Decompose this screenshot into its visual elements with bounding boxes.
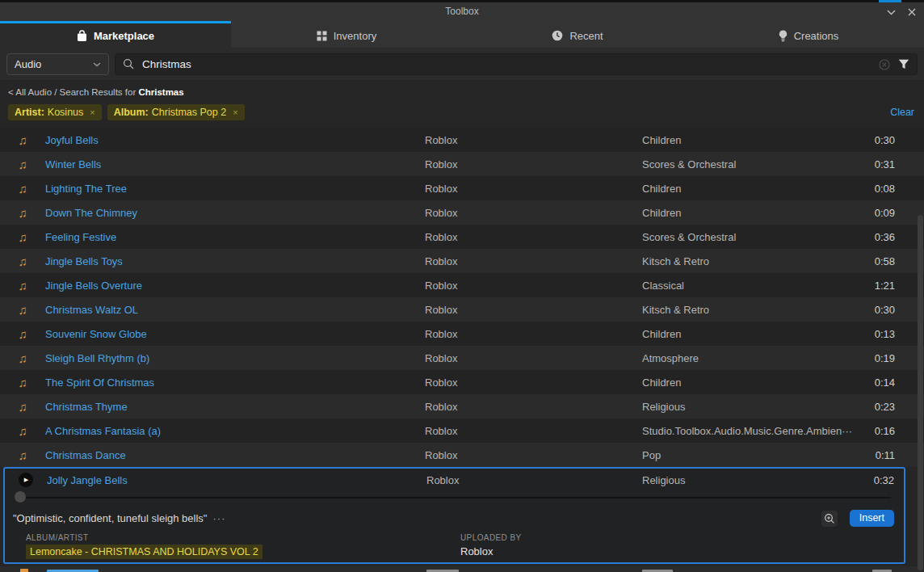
track-creator: Roblox bbox=[425, 352, 642, 364]
table-row[interactable]: ♫ A Christmas Fantasia (a) Roblox Studio… bbox=[0, 418, 924, 443]
breadcrumb[interactable]: < All Audio / Search Results for Christm… bbox=[0, 80, 924, 99]
title-bar: Toolbox bbox=[0, 2, 924, 21]
filter-chip-album[interactable]: Album: Christmas Pop 2 × bbox=[107, 104, 245, 120]
recent-clock-icon bbox=[552, 30, 563, 41]
album-artist-value: Lemoncake - CHRISTMAS AND HOLIDAYS VOL 2 bbox=[26, 545, 262, 559]
track-category: Religious bbox=[642, 401, 853, 413]
track-category: Scores & Orchestral bbox=[642, 231, 853, 243]
filter-funnel-icon[interactable] bbox=[898, 59, 909, 69]
track-title-link[interactable]: Jingle Bells Toys bbox=[45, 255, 425, 267]
scrubber-knob[interactable] bbox=[15, 491, 26, 503]
track-title-link[interactable]: Feeling Festive bbox=[45, 231, 425, 243]
marketplace-bag-icon bbox=[77, 30, 87, 42]
track-title-link[interactable]: Jingle Bells Overture bbox=[45, 280, 425, 292]
track-creator: Roblox bbox=[425, 231, 642, 243]
track-title-link[interactable]: Down The Chimney bbox=[45, 207, 425, 219]
table-row[interactable]: ♫ Winter Bells Roblox Scores & Orchestra… bbox=[0, 152, 924, 176]
track-title-link[interactable]: Joyful Bells bbox=[45, 134, 425, 146]
window-title: Toolbox bbox=[0, 6, 924, 17]
track-duration: 0:16 bbox=[853, 425, 895, 437]
tab-recent[interactable]: Recent bbox=[462, 21, 693, 48]
scrollbar-thumb[interactable] bbox=[918, 215, 923, 570]
track-title-link[interactable]: Sleigh Bell Rhythm (b) bbox=[45, 352, 425, 364]
table-row[interactable]: ♫ Jingle Bells Toys Roblox Kitsch & Retr… bbox=[0, 249, 924, 273]
album-artist-label: ALBUM/ARTIST bbox=[26, 533, 460, 542]
search-field[interactable] bbox=[115, 53, 918, 75]
close-button[interactable] bbox=[905, 5, 919, 19]
track-category: Children bbox=[642, 134, 853, 146]
magnifier-plus-icon bbox=[824, 513, 835, 524]
track-title-link[interactable]: Winter Bells bbox=[45, 158, 425, 170]
table-row[interactable]: ♫ Christmas Thyme Roblox Religious 0:23 bbox=[0, 394, 924, 418]
table-row[interactable]: ♫ Down The Chimney Roblox Children 0:09 bbox=[0, 200, 924, 225]
filter-chip-artist[interactable]: Artist: Kosinus × bbox=[8, 104, 102, 120]
category-selected: Audio bbox=[15, 58, 41, 70]
tab-inventory[interactable]: Inventory bbox=[231, 21, 462, 48]
clear-circle-icon[interactable] bbox=[879, 59, 890, 70]
track-category: Children bbox=[642, 376, 853, 389]
table-row[interactable]: ♫ Souvenir Snow Globe Roblox Children 0:… bbox=[0, 322, 924, 346]
music-note-icon: ♫ bbox=[18, 352, 27, 364]
tab-creations[interactable]: Creations bbox=[693, 21, 924, 48]
track-duration: 0:30 bbox=[853, 134, 895, 146]
table-row[interactable]: ♫ Feeling Festive Roblox Scores & Orches… bbox=[0, 225, 924, 249]
table-row[interactable]: ♫ Sleigh Bell Rhythm (b) Roblox Atmosphe… bbox=[0, 346, 924, 370]
track-title-link[interactable]: Lighting The Tree bbox=[45, 183, 425, 195]
chip-label: Album: bbox=[114, 107, 149, 118]
track-category: Children bbox=[642, 207, 853, 219]
track-creator: Roblox bbox=[425, 280, 642, 292]
track-category: Studio.Toolbox.Audio.Music.Genre.Ambien·… bbox=[642, 425, 853, 437]
track-title-link[interactable]: The Spirit Of Christmas bbox=[45, 376, 425, 389]
table-row[interactable]: ♫ Lighting The Tree Roblox Children 0:08 bbox=[0, 176, 924, 200]
track-title-link[interactable]: A Christmas Fantasia (a) bbox=[45, 425, 425, 437]
track-category: Pop bbox=[642, 449, 853, 461]
zoom-in-button[interactable] bbox=[821, 511, 838, 527]
table-row[interactable]: ♫ Christmas Waltz OL Roblox Kitsch & Ret… bbox=[0, 297, 924, 322]
partial-row[interactable] bbox=[0, 566, 924, 572]
chip-remove-icon[interactable]: × bbox=[90, 107, 94, 117]
music-note-icon: ♫ bbox=[18, 304, 27, 316]
music-note-icon: ♫ bbox=[18, 231, 27, 243]
search-input[interactable] bbox=[142, 58, 872, 70]
track-duration: 0:30 bbox=[853, 304, 895, 316]
insert-button[interactable]: Insert bbox=[850, 510, 894, 527]
track-creator: Roblox bbox=[425, 255, 642, 267]
tab-marketplace[interactable]: Marketplace bbox=[0, 21, 231, 48]
search-icon bbox=[123, 58, 135, 70]
scrubber-track[interactable] bbox=[18, 497, 891, 498]
table-row[interactable]: ♫ Jingle Bells Overture Roblox Classical… bbox=[0, 273, 924, 297]
track-duration: 0:32 bbox=[846, 474, 894, 486]
chevron-down-icon bbox=[93, 62, 101, 67]
music-note-icon: ♫ bbox=[18, 328, 27, 340]
play-button[interactable]: ▶ bbox=[19, 473, 33, 487]
track-category: Scores & Orchestral bbox=[642, 158, 853, 170]
music-note-icon: ♫ bbox=[18, 376, 27, 389]
tab-label: Creations bbox=[794, 30, 839, 42]
selected-track-panel[interactable]: ▶ Jolly Jangle Bells Roblox Religious 0:… bbox=[3, 467, 905, 564]
chip-value: Christmas Pop 2 bbox=[152, 107, 226, 118]
track-category: Kitsch & Retro bbox=[642, 255, 853, 267]
clear-filters-link[interactable]: Clear bbox=[890, 107, 914, 118]
play-icon: ▶ bbox=[24, 477, 28, 483]
track-title-link[interactable]: Christmas Waltz OL bbox=[45, 304, 425, 316]
chip-remove-icon[interactable]: × bbox=[233, 107, 237, 117]
track-title-link[interactable]: Christmas Thyme bbox=[45, 401, 425, 413]
track-title-link[interactable]: Souvenir Snow Globe bbox=[45, 328, 425, 340]
music-note-icon: ♫ bbox=[18, 255, 27, 267]
breadcrumb-term: Christmas bbox=[138, 87, 183, 97]
track-title-link[interactable]: Christmas Dance bbox=[45, 449, 425, 461]
chevron-down-icon bbox=[887, 10, 896, 15]
table-row[interactable]: ♫ Joyful Bells Roblox Children 0:30 bbox=[0, 128, 924, 152]
collapse-button[interactable] bbox=[884, 5, 898, 19]
description-expand[interactable]: ··· bbox=[212, 512, 225, 524]
breadcrumb-back[interactable]: < bbox=[8, 87, 14, 97]
category-dropdown[interactable]: Audio bbox=[6, 53, 109, 75]
table-row[interactable]: ♫ Christmas Dance Roblox Pop 0:11 bbox=[0, 443, 924, 467]
track-creator: Roblox bbox=[425, 158, 642, 170]
music-note-icon: ♫ bbox=[18, 425, 27, 437]
track-creator: Roblox bbox=[425, 207, 642, 219]
track-title-link[interactable]: Jolly Jangle Bells bbox=[47, 474, 426, 486]
table-row[interactable]: ♫ The Spirit Of Christmas Roblox Childre… bbox=[0, 370, 924, 394]
audio-scrubber[interactable] bbox=[5, 491, 904, 504]
music-note-icon: ♫ bbox=[18, 449, 27, 461]
